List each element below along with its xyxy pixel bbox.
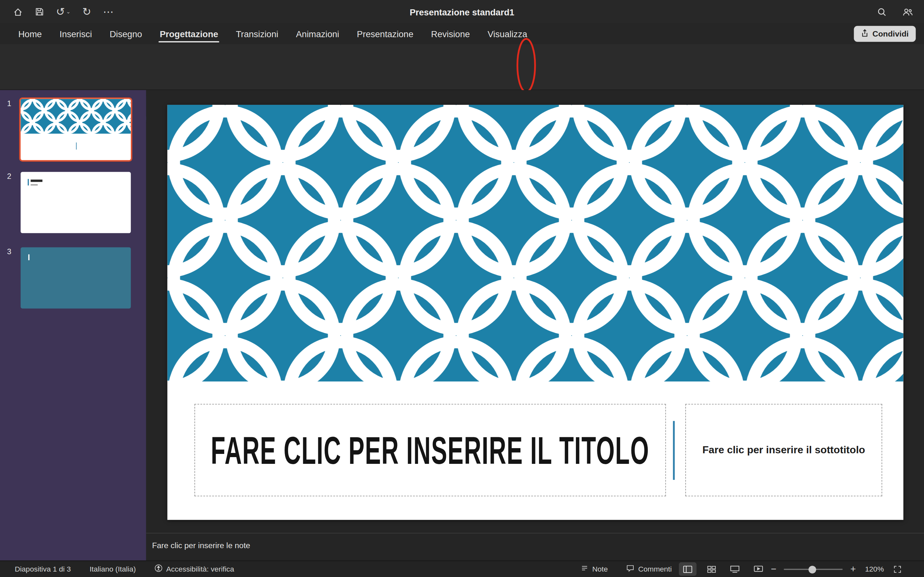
zoom-slider-thumb[interactable] xyxy=(809,566,816,573)
notes-toggle[interactable]: Note xyxy=(580,561,607,577)
slide-1-number: 1 xyxy=(7,99,11,108)
tab-home[interactable]: Home xyxy=(9,23,51,44)
mini-cursor xyxy=(27,179,29,185)
zoom-out-button[interactable]: − xyxy=(771,561,776,577)
more-toolbar-icon[interactable]: ⋯ xyxy=(103,6,113,17)
comments-toggle[interactable]: Commenti xyxy=(626,561,672,577)
slide-canvas[interactable]: FARE CLIC PER INSERIRE IL TITOLO Fare cl… xyxy=(168,105,903,520)
slide-sorter-icon xyxy=(707,565,716,573)
notes-placeholder-text: Fare clic per inserire le note xyxy=(152,541,250,550)
title-placeholder-text: FARE CLIC PER INSERIRE IL TITOLO xyxy=(211,428,649,473)
slide-thumbnail-panel: 1 2 3 xyxy=(0,90,146,561)
slide-sorter-button[interactable] xyxy=(702,562,720,576)
people-icon[interactable] xyxy=(902,7,913,17)
subtitle-placeholder-text: Fare clic per inserire il sottotitolo xyxy=(702,444,865,456)
reading-view-icon xyxy=(730,565,740,573)
reading-view-button[interactable] xyxy=(726,562,744,576)
app-window: ↺⌄ ↻ ⋯ Presentazione standard1 Home Inse… xyxy=(0,0,924,577)
accessibility-icon xyxy=(154,564,163,574)
undo-icon[interactable]: ↺⌄ xyxy=(56,6,70,17)
share-button[interactable]: Condividi xyxy=(854,26,916,42)
mini-body-text xyxy=(31,184,38,185)
ribbon-tab-bar: Home Inserisci Disegno Progettazione Tra… xyxy=(0,23,924,44)
tab-presentazione[interactable]: Presentazione xyxy=(348,23,422,44)
tab-disegno[interactable]: Disegno xyxy=(101,23,151,44)
tab-animazioni[interactable]: Animazioni xyxy=(287,23,348,44)
status-bar: Diapositiva 1 di 3 Italiano (Italia) Acc… xyxy=(0,561,924,577)
notes-toggle-label: Note xyxy=(592,565,608,573)
save-icon[interactable] xyxy=(35,7,44,16)
powerpoint-window: ↺⌄ ↻ ⋯ Presentazione standard1 Home Inse… xyxy=(0,0,924,577)
zoom-in-button[interactable]: + xyxy=(850,561,856,577)
document-title: Presentazione standard1 xyxy=(0,0,924,23)
text-cursor xyxy=(76,142,77,149)
slide-pattern-graphic xyxy=(168,105,903,382)
undo-dropdown-caret[interactable]: ⌄ xyxy=(66,9,71,15)
slide-indicator: Diapositiva 1 di 3 xyxy=(15,561,71,577)
zoom-level[interactable]: 120% xyxy=(865,561,884,577)
title-subtitle-divider-line xyxy=(673,421,675,480)
slide-3-number: 3 xyxy=(7,247,11,256)
slide-1-pattern-graphic xyxy=(21,99,131,134)
fit-window-icon xyxy=(893,565,901,573)
accessibility-label: Accessibilità: verifica xyxy=(166,565,234,573)
comments-toggle-label: Commenti xyxy=(638,565,672,573)
tab-revisione[interactable]: Revisione xyxy=(422,23,479,44)
home-icon[interactable] xyxy=(13,7,23,17)
comments-icon xyxy=(626,564,635,574)
tab-progettazione[interactable]: Progettazione xyxy=(151,23,227,44)
share-label: Condividi xyxy=(872,29,909,39)
fit-to-window-button[interactable] xyxy=(893,561,901,577)
title-placeholder[interactable]: FARE CLIC PER INSERIRE IL TITOLO xyxy=(194,404,666,496)
search-icon[interactable] xyxy=(877,7,887,17)
accessibility-status[interactable]: Accessibilità: verifica xyxy=(154,561,234,577)
slide-1-thumbnail[interactable] xyxy=(21,99,131,160)
subtitle-placeholder[interactable]: Fare clic per inserire il sottotitolo xyxy=(685,404,882,496)
slide-3-thumbnail[interactable] xyxy=(21,247,131,308)
titlebar-right-icons xyxy=(877,0,913,23)
tab-inserisci[interactable]: Inserisci xyxy=(51,23,101,44)
titlebar: ↺⌄ ↻ ⋯ Presentazione standard1 xyxy=(0,0,924,23)
redo-icon[interactable]: ↻ xyxy=(82,6,91,17)
tab-visualizza[interactable]: Visualizza xyxy=(479,23,536,44)
slide-2-number: 2 xyxy=(7,172,11,181)
language-indicator[interactable]: Italiano (Italia) xyxy=(89,561,136,577)
design-ribbon: ‹ Aa Aa Aa Aa Aa Aa xyxy=(0,44,924,90)
quick-access-toolbar: ↺⌄ ↻ ⋯ xyxy=(13,0,113,23)
slideshow-icon xyxy=(754,565,763,573)
mini-cursor xyxy=(28,254,29,260)
mini-title-text xyxy=(31,179,43,182)
normal-view-button[interactable] xyxy=(679,562,696,576)
notes-icon xyxy=(580,564,589,574)
tab-transizioni[interactable]: Transizioni xyxy=(227,23,287,44)
normal-view-icon xyxy=(683,565,692,573)
slideshow-button[interactable] xyxy=(750,562,767,576)
share-icon xyxy=(861,29,869,39)
notes-pane[interactable]: Fare clic per inserire le note xyxy=(146,533,924,560)
slide-2-thumbnail[interactable] xyxy=(21,172,131,233)
slide-editor: FARE CLIC PER INSERIRE IL TITOLO Fare cl… xyxy=(146,90,924,533)
